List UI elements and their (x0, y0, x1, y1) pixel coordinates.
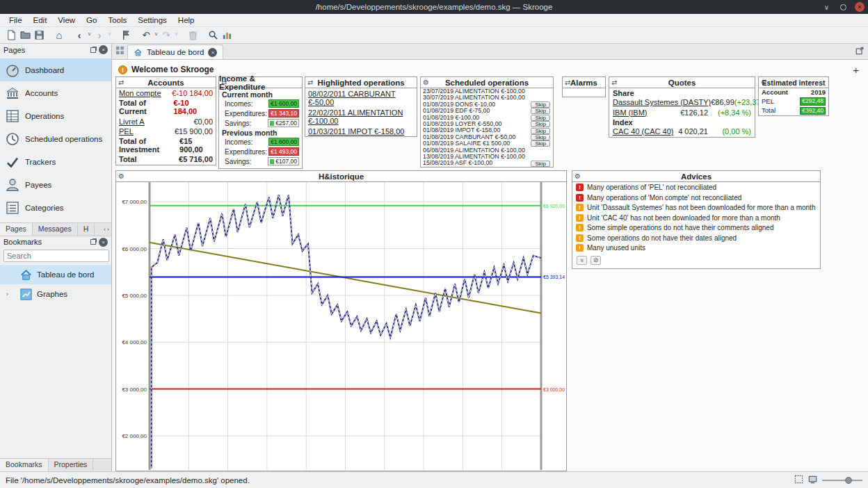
back-history-dropdown[interactable]: ∨ (86, 28, 93, 43)
sidebar-item-operations[interactable]: Operations (0, 104, 111, 127)
search-button[interactable] (206, 28, 220, 43)
tab-pages[interactable]: Pages (0, 223, 33, 236)
forward-history-dropdown[interactable]: ∨ (106, 28, 113, 43)
expand-all-advices-icon[interactable]: » (577, 256, 587, 265)
advice-item[interactable]: !Many unused units (572, 243, 820, 253)
account-link[interactable]: Livret A (119, 117, 145, 126)
skip-button[interactable]: Skip (531, 121, 550, 127)
menu-go[interactable]: Go (81, 15, 102, 25)
unit-link[interactable]: CAC 40 (CAC 40) (613, 127, 673, 136)
sidebar-item-payees[interactable]: Payees (0, 173, 111, 196)
split-view-icon[interactable] (115, 46, 124, 57)
configure-icon[interactable]: ⚙ (118, 171, 124, 182)
redo-button[interactable]: ↷ (159, 28, 173, 43)
skip-button[interactable]: Skip (531, 161, 550, 167)
bookmark-button[interactable] (119, 28, 133, 43)
tab-close-icon[interactable]: × (208, 48, 217, 57)
float-dock-icon[interactable] (90, 239, 96, 245)
add-widget-button[interactable]: + (853, 64, 859, 76)
skip-button[interactable]: Skip (531, 108, 550, 114)
bookmark-search-input[interactable] (3, 250, 109, 262)
unit-link[interactable]: Dassault Systemes (DASTY) (613, 98, 711, 107)
widget-menu-icon[interactable]: ⇄ (565, 77, 570, 88)
close-button[interactable]: × (855, 2, 865, 12)
chevron-down-icon: ∨ (154, 31, 158, 37)
tab-tableau-de-bord[interactable]: Tableau de bord × (127, 44, 223, 59)
sidebar-item-dashboard[interactable]: Dashboard (0, 58, 111, 81)
skrooge-icon: ! (118, 65, 127, 74)
advice-item[interactable]: !Unit 'CAC 40' has not been downloaded f… (572, 213, 820, 223)
undo-dropdown[interactable]: ∨ (153, 28, 159, 43)
account-link[interactable]: PEL (119, 127, 134, 136)
menu-tools[interactable]: Tools (102, 15, 132, 25)
configure-icon[interactable]: ⚙ (423, 77, 429, 88)
advice-item[interactable]: !Many operations of 'PEL' not reconcilia… (572, 182, 820, 193)
widget-menu-icon[interactable]: ⇄ (221, 77, 227, 88)
sidebar-item-trackers[interactable]: Trackers (0, 150, 111, 173)
sidebar-item-categories[interactable]: Categories (0, 196, 111, 219)
skip-button[interactable]: Skip (531, 128, 550, 134)
menu-edit[interactable]: Edit (28, 15, 53, 25)
skip-button[interactable]: Skip (531, 140, 550, 147)
alert-high-icon: ! (576, 184, 584, 191)
menu-help[interactable]: Help (172, 15, 200, 25)
operation-link[interactable]: 22/02/2011 ALIMENTATION €-100,00 (308, 108, 403, 125)
configure-icon[interactable]: ⚙ (761, 77, 767, 88)
detach-tab-icon[interactable] (855, 47, 868, 57)
account-link[interactable]: Mon compte (119, 89, 161, 97)
scroll-right-icon[interactable]: › (107, 226, 109, 233)
widget-menu-icon[interactable]: ⇄ (611, 77, 617, 88)
home-button[interactable]: ⌂ (52, 28, 66, 43)
undo-button[interactable]: ↶ (139, 28, 153, 43)
menu-settings[interactable]: Settings (132, 15, 172, 25)
redo-dropdown[interactable]: ∨ (173, 28, 179, 43)
tab-properties[interactable]: Properties (49, 459, 94, 471)
skip-button[interactable]: Skip (531, 101, 550, 108)
tab-bookmarks[interactable]: Bookmarks (0, 459, 49, 471)
open-file-button[interactable] (18, 28, 32, 43)
close-dock-icon[interactable]: × (99, 238, 108, 247)
operation-link[interactable]: 08/02/2011 CARBURANT €-50,00 (308, 90, 396, 106)
svg-text:€7 000,00: €7 000,00 (122, 199, 147, 205)
advice-item[interactable]: !Some operations do not have their dates… (572, 233, 820, 243)
dismiss-advice-icon[interactable]: ⊘ (590, 256, 601, 265)
operation-link[interactable]: 01/03/2011 IMPOT €-158,00 (308, 127, 404, 136)
close-dock-icon[interactable]: × (99, 45, 108, 54)
advice-item[interactable]: !Unit 'Dassault Systemes' has not been d… (572, 202, 820, 213)
tab-history[interactable]: H (78, 223, 95, 236)
expander-icon[interactable]: › (6, 291, 8, 298)
configure-icon[interactable]: ⚙ (574, 171, 581, 182)
float-dock-icon[interactable] (90, 47, 96, 53)
widget-menu-icon[interactable]: ⇄ (307, 77, 313, 88)
zoom-slider-handle[interactable] (845, 477, 852, 484)
menu-view[interactable]: View (52, 15, 81, 25)
tab-messages[interactable]: Messages (33, 223, 78, 236)
scroll-left-icon[interactable]: ‹ (104, 226, 106, 233)
save-button[interactable] (32, 28, 46, 43)
bookmark-item-graphes[interactable]: › Graphes (0, 284, 111, 304)
advice-item[interactable]: !Some simple operations do not have thei… (572, 222, 820, 233)
report-button[interactable] (220, 28, 234, 43)
sidebar-item-scheduled-operations[interactable]: Scheduled operations (0, 127, 111, 150)
bookmark-item-dashboard[interactable]: Tableau de bord (0, 265, 111, 284)
menu-file[interactable]: File (3, 15, 28, 25)
forward-button[interactable]: › (93, 28, 106, 43)
skip-button[interactable]: Skip (531, 115, 550, 121)
zoom-fit-icon[interactable] (794, 475, 803, 485)
unit-link[interactable]: IBM (IBM) (613, 108, 648, 117)
widget-menu-icon[interactable]: ⇄ (118, 77, 124, 88)
categories-icon (5, 200, 20, 215)
delete-button[interactable] (186, 28, 200, 43)
sidebar-item-accounts[interactable]: Accounts (0, 81, 111, 104)
maximize-button[interactable] (838, 2, 849, 13)
skip-button[interactable]: Skip (531, 134, 550, 140)
new-file-button[interactable] (4, 28, 18, 43)
window-titlebar[interactable]: /home/s/Developpements/skrooge/examples/… (0, 0, 868, 14)
minimize-icon[interactable]: ∨ (821, 2, 832, 13)
redo-icon: ↷ (163, 31, 170, 40)
advice-item[interactable]: !Many operations of 'Mon compte' not rec… (572, 193, 820, 203)
document-tabbar: Tableau de bord × (112, 44, 868, 60)
back-button[interactable]: ‹ (72, 28, 86, 43)
zoom-original-icon[interactable] (808, 475, 817, 485)
zoom-slider[interactable] (822, 475, 862, 485)
